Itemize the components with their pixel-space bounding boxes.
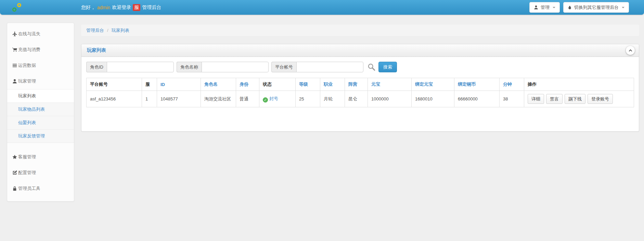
cell-minutes: 38: [500, 91, 524, 107]
user-icon: [12, 79, 17, 84]
col-bound-copper[interactable]: 绑定铜币: [454, 78, 500, 91]
col-id[interactable]: ID: [157, 78, 201, 91]
sidebar-item-online-loss[interactable]: 在线与流失: [7, 26, 74, 42]
sidebar-item-label: 运营数据: [18, 62, 36, 69]
kick-offline-button[interactable]: 踢下线: [565, 94, 585, 104]
col-server: 服: [142, 78, 157, 91]
ban-account-link[interactable]: 封号: [269, 96, 278, 101]
sidebar-item-label: 玩家物品列表: [18, 107, 45, 112]
switch-server-dropdown-button[interactable]: 切换到其它服管理后台: [563, 2, 629, 13]
server-badge: 服: [133, 4, 140, 11]
mute-button[interactable]: 禁言: [546, 94, 563, 104]
sidebar-item-label: 玩家反馈管理: [18, 133, 45, 138]
welcome-message: 欢迎登录: [112, 4, 131, 11]
search-icon: [368, 63, 375, 71]
sidebar-item-label: 玩家列表: [18, 93, 36, 98]
caret-down-icon: [553, 7, 555, 8]
cell-bound-copper: 66660000: [454, 91, 500, 107]
col-level[interactable]: 等级: [296, 78, 320, 91]
logo-yellow-ring-icon: [17, 3, 21, 7]
cell-bound-yuanbao: 1680010: [412, 91, 454, 107]
col-identity[interactable]: 身份: [236, 78, 259, 91]
col-minutes[interactable]: 分钟: [500, 78, 524, 91]
sidebar-item-label: 管理员工具: [18, 185, 40, 192]
search-toolbar: 角色ID 角色名称 平台帐号 搜索: [86, 62, 634, 72]
sidebar-item-config-management[interactable]: 配置管理: [7, 165, 74, 181]
sidebar-item-label: 充值与消费: [18, 47, 40, 53]
col-actions: 操作: [524, 78, 634, 91]
cell-job: 月轮: [320, 91, 345, 107]
cell-level: 25: [296, 91, 320, 107]
breadcrumb-link-admin-home[interactable]: 管理后台: [86, 27, 104, 34]
breadcrumb-separator: /: [107, 28, 108, 33]
table-header-row: 平台账号 服 ID 角色名 身份 状态 等级 职业 阵营 元宝 绑定元宝 绑定铜…: [87, 78, 634, 91]
role-id-field: 角色ID: [86, 62, 174, 72]
col-role-name[interactable]: 角色名: [201, 78, 236, 91]
login-account-button[interactable]: 登录账号: [588, 94, 613, 104]
col-bound-yuanbao[interactable]: 绑定元宝: [412, 78, 454, 91]
welcome-text: 您好， admin 欢迎登录 服 管理后台: [81, 0, 161, 15]
panel-heading: 玩家列表: [81, 44, 639, 57]
lock-icon: [12, 186, 17, 191]
sidebar-item-label: 配置管理: [18, 170, 36, 176]
platform-account-input[interactable]: [296, 62, 363, 72]
breadcrumb: 管理后台 / 玩家列表: [81, 25, 639, 36]
player-management-submenu: 玩家列表 玩家物品列表 仙盟列表 玩家反馈管理: [7, 89, 74, 143]
plane-icon: [12, 32, 17, 36]
list-icon: [12, 63, 17, 68]
role-id-input[interactable]: [107, 62, 174, 72]
manage-button-label: 管理: [541, 4, 550, 11]
sidebar-item-player-list[interactable]: 玩家列表: [7, 89, 74, 103]
sidebar-item-label: 客服管理: [18, 154, 36, 160]
sidebar-item-recharge-consume[interactable]: 充值与消费: [7, 42, 74, 58]
col-faction[interactable]: 阵营: [345, 78, 368, 91]
sidebar-item-player-items-list[interactable]: 玩家物品列表: [7, 103, 74, 116]
sidebar-item-admin-tools[interactable]: 管理员工具: [7, 181, 74, 196]
col-yuanbao[interactable]: 元宝: [368, 78, 412, 91]
check-circle-icon: ✓: [263, 97, 268, 103]
platform-account-field: 平台帐号: [271, 62, 363, 72]
platform-account-label: 平台帐号: [271, 62, 296, 72]
sidebar: 在线与流失 充值与消费 运营数据 玩家管理 玩家列表 玩家物品列表 仙盟列表 玩…: [7, 23, 74, 202]
sidebar-item-customer-service[interactable]: 客服管理: [7, 149, 74, 165]
cell-yuanbao: 1000000: [368, 91, 412, 107]
panel-body: 角色ID 角色名称 平台帐号 搜索: [81, 57, 639, 112]
panel-title: 玩家列表: [87, 47, 106, 53]
table-row: asf_a123456 1 1048577 淘游交流社区 普通 ✓封号 25 月…: [87, 91, 634, 107]
cell-id: 1048577: [157, 91, 201, 107]
user-icon: [534, 5, 538, 10]
role-id-label: 角色ID: [86, 62, 107, 72]
panel-collapse-button[interactable]: [626, 46, 635, 55]
welcome-suffix: 管理后台: [142, 4, 161, 11]
cell-platform-account: asf_a123456: [87, 91, 142, 107]
cell-identity: 普通: [236, 91, 259, 107]
col-status: 状态: [259, 78, 296, 91]
sidebar-item-operation-data[interactable]: 运营数据: [7, 58, 74, 73]
logged-in-username: admin: [97, 5, 110, 10]
role-name-input[interactable]: [202, 62, 269, 72]
sidebar-item-guild-list[interactable]: 仙盟列表: [7, 116, 74, 130]
col-job[interactable]: 职业: [320, 78, 345, 91]
cell-actions: 详细禁言踢下线登录账号: [524, 91, 634, 107]
cell-status: ✓封号: [259, 91, 296, 107]
logo-green-ring-icon: [12, 8, 16, 12]
sidebar-item-player-management[interactable]: 玩家管理: [7, 73, 74, 89]
cart-icon: [12, 47, 17, 52]
cell-role-name: 淘游交流社区: [201, 91, 236, 107]
top-navbar: 您好， admin 欢迎登录 服 管理后台 管理 切换到其它服管理后台: [0, 0, 644, 15]
star-icon: [12, 155, 17, 159]
cell-server: 1: [142, 91, 157, 107]
sidebar-item-label: 玩家管理: [18, 78, 36, 84]
cell-faction: 昆仑: [345, 91, 368, 107]
player-list-panel: 玩家列表 角色ID 角色名称 平台帐号 搜索: [81, 44, 639, 132]
sidebar-item-player-feedback[interactable]: 玩家反馈管理: [7, 130, 74, 143]
chevron-up-icon: [629, 49, 632, 52]
app-logo-icon: [12, 3, 22, 12]
role-name-label: 角色名称: [177, 62, 202, 72]
manage-dropdown-button[interactable]: 管理: [529, 2, 560, 13]
search-button[interactable]: 搜索: [378, 62, 397, 72]
detail-button[interactable]: 详细: [528, 94, 544, 104]
tint-drop-icon: [568, 5, 572, 10]
player-table: 平台账号 服 ID 角色名 身份 状态 等级 职业 阵营 元宝 绑定元宝 绑定铜…: [86, 78, 634, 107]
breadcrumb-current-page[interactable]: 玩家列表: [112, 27, 129, 34]
